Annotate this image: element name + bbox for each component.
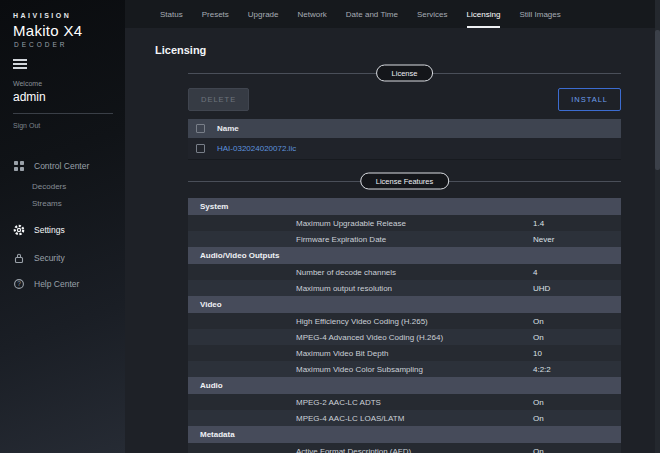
gear-icon [13,224,25,236]
feature-label: Maximum Upgradable Release [296,219,533,228]
main-content: Licensing License DELETE INSTALL Name HA… [125,28,660,453]
license-table-header: Name [188,119,621,138]
scrollbar-track [655,0,660,453]
feature-row: Maximum Video Color Subsampling 4:2:2 [188,361,621,377]
feature-row: Number of decode channels 4 [188,264,621,280]
tab-presets[interactable]: Presets [202,0,229,28]
feature-value: 4:2:2 [533,365,551,374]
license-table: Name HAI-032024020072.lic [188,119,621,160]
license-features-divider: License Features [188,172,621,190]
sidebar-item-streams[interactable]: Streams [0,195,125,212]
feature-value: On [533,317,544,326]
feature-row: Maximum Video Bit Depth 10 [188,345,621,361]
sidebar-item-label: Streams [32,199,62,208]
sidebar-item-help-center[interactable]: ? Help Center [0,272,125,296]
install-button[interactable]: INSTALL [558,88,621,111]
tab-licensing[interactable]: Licensing [467,0,501,28]
feature-value: On [533,414,544,423]
sidebar: HAIVISION Makito X4 DECODER Welcome admi… [0,0,125,453]
feature-row: Maximum Upgradable Release 1.4 [188,215,621,231]
control-center-icon [13,160,25,172]
table-row: HAI-032024020072.lic [188,138,621,160]
feature-label: Maximum output resolution [296,284,533,293]
license-pill: License [376,65,434,82]
feature-label: Maximum Video Bit Depth [296,349,533,358]
svg-text:?: ? [17,280,21,287]
sidebar-item-control-center[interactable]: Control Center [0,154,125,178]
feature-row: Firmware Expiration Date Never [188,231,621,247]
top-navigation: Status Presets Upgrade Network Date and … [125,0,660,28]
feature-label: Active Format Description (AFD) [296,447,533,453]
feature-label: High Efficiency Video Coding (H.265) [296,317,533,326]
feature-value: 1.4 [533,219,544,228]
section-header-video: Video [188,296,621,313]
feature-row: MPEG-4 AAC-LC LOAS/LATM On [188,410,621,426]
sidebar-item-label: Help Center [34,279,79,289]
license-divider: License [188,64,621,82]
sidebar-divider [13,113,113,114]
section-header-audio: Audio [188,377,621,394]
feature-row: MPEG-4 Advanced Video Coding (H.264) On [188,329,621,345]
delete-button[interactable]: DELETE [188,88,249,111]
sidebar-item-decoders[interactable]: Decoders [0,178,125,195]
product-name: Makito X4 [13,22,125,39]
username: admin [13,90,125,104]
sidebar-item-label: Decoders [32,182,66,191]
feature-label: MPEG-2 AAC-LC ADTS [296,398,533,407]
license-actions: DELETE INSTALL [188,88,621,111]
tab-still-images[interactable]: Still Images [519,0,560,28]
hamburger-menu-icon[interactable] [13,59,27,69]
license-features-table: System Maximum Upgradable Release 1.4 Fi… [188,198,621,453]
license-file-link[interactable]: HAI-032024020072.lic [217,144,296,153]
feature-label: MPEG-4 Advanced Video Coding (H.264) [296,333,533,342]
feature-row: MPEG-2 AAC-LC ADTS On [188,394,621,410]
tab-network[interactable]: Network [298,0,327,28]
name-column-header: Name [217,124,239,133]
row-checkbox[interactable] [196,144,205,153]
feature-value: On [533,333,544,342]
sidebar-item-label: Control Center [34,161,89,171]
feature-value: UHD [533,284,550,293]
lock-icon [13,252,25,264]
license-features-pill: License Features [360,173,450,190]
feature-row: High Efficiency Video Coding (H.265) On [188,313,621,329]
device-type: DECODER [14,41,125,48]
welcome-label: Welcome [13,80,125,87]
feature-value: On [533,398,544,407]
feature-value: 10 [533,349,542,358]
section-header-metadata: Metadata [188,426,621,443]
tab-upgrade[interactable]: Upgrade [248,0,279,28]
section-header-system: System [188,198,621,215]
sidebar-item-label: Settings [34,225,65,235]
feature-value: On [533,447,544,453]
tab-date-and-time[interactable]: Date and Time [346,0,398,28]
feature-value: 4 [533,268,537,277]
page-title: Licensing [155,44,621,56]
feature-label: Maximum Video Color Subsampling [296,365,533,374]
feature-label: Firmware Expiration Date [296,235,533,244]
scrollbar-thumb[interactable] [655,30,660,170]
feature-value: Never [533,235,554,244]
brand-logo: HAIVISION [13,12,125,19]
select-all-checkbox[interactable] [196,124,205,133]
sidebar-item-security[interactable]: Security [0,246,125,270]
tab-status[interactable]: Status [160,0,183,28]
sign-out-link[interactable]: Sign Out [13,122,40,129]
sidebar-item-label: Security [34,253,65,263]
section-header-audio-video-outputs: Audio/Video Outputs [188,247,621,264]
feature-label: MPEG-4 AAC-LC LOAS/LATM [296,414,533,423]
feature-row: Maximum output resolution UHD [188,280,621,296]
feature-label: Number of decode channels [296,268,533,277]
feature-row: Active Format Description (AFD) On [188,443,621,453]
sidebar-nav: Control Center Decoders Streams Settings [0,154,125,296]
sidebar-item-settings[interactable]: Settings [0,218,125,242]
tab-services[interactable]: Services [417,0,448,28]
help-icon: ? [13,278,25,290]
